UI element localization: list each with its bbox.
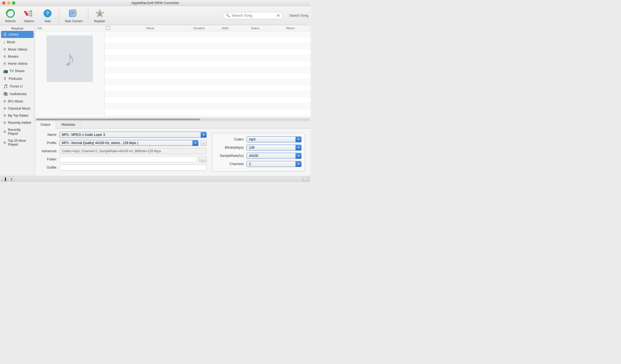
table-row[interactable] <box>105 79 310 85</box>
select-all-checkbox[interactable] <box>107 26 110 30</box>
outfile-input[interactable] <box>59 165 207 171</box>
name-select[interactable]: MP3 - MPEG-1 Audio Layer 3 <box>59 132 207 138</box>
gear-icon-90s: ⚙ <box>3 99 6 103</box>
form-row-profile: Profile: MP3 - Normal Quality( 44100 Hz,… <box>39 140 207 146</box>
sidebar-item-podcasts[interactable]: 🎙 Podcasts <box>1 75 34 82</box>
codec-select-container[interactable]: mp3 ▼ <box>247 136 301 142</box>
channels-select-container[interactable]: 2 ▼ <box>247 161 301 167</box>
table-row[interactable] <box>105 103 310 109</box>
status-bar: ▐ ⏸ ⋮⋮⋮ <box>0 176 310 182</box>
scrollbar-track[interactable] <box>36 119 309 120</box>
table-row[interactable] <box>105 97 310 103</box>
sidebar-item-label-music: Music <box>7 40 15 44</box>
toolbar-divider-1 <box>59 9 59 22</box>
search-clear-icon[interactable]: ✕ <box>277 13 280 18</box>
sidebar-section-label: Playlists <box>0 25 35 31</box>
status-bar-left: ▐ ⏸ <box>2 177 14 181</box>
table-rows <box>105 31 310 118</box>
help-label: Help <box>45 19 51 23</box>
note-icon: ♩ <box>3 40 5 44</box>
sidebar-item-recently-played[interactable]: ⚙ Recently Played <box>1 127 34 137</box>
help-button[interactable]: ? Help <box>39 7 56 24</box>
app-title: AppleMacSoft DRM Converter <box>131 1 179 5</box>
sidebar-item-90s-music[interactable]: ⚙ 90's Music <box>1 98 34 105</box>
table-row[interactable] <box>105 109 310 115</box>
bitrate-select-container[interactable]: 128 ▼ <box>247 145 301 151</box>
search-bar[interactable]: 🔍 ✕ <box>223 12 283 19</box>
register-icon <box>95 8 105 18</box>
options-label: Options <box>24 19 34 23</box>
samplerate-select-container[interactable]: 44100 ▼ <box>247 153 301 159</box>
maximize-button[interactable] <box>12 1 15 5</box>
gear-icon-top-rated: ⚙ <box>3 114 6 118</box>
name-select-container[interactable]: MP3 - MPEG-1 Audio Layer 3 ▼ <box>59 132 207 138</box>
table-row[interactable] <box>105 67 310 73</box>
table-row[interactable] <box>105 91 310 97</box>
sidebar-item-audiobooks[interactable]: 📚 Audiobooks <box>1 90 34 98</box>
register-button[interactable]: Register <box>92 7 108 24</box>
itunes-icon: 🎵 <box>3 84 8 89</box>
table-row[interactable] <box>105 73 310 79</box>
close-button[interactable] <box>2 1 5 5</box>
status-play-button[interactable]: ▐ <box>2 177 8 181</box>
sidebar-item-label-my-top-rated: My Top Rated <box>8 114 28 118</box>
table-row[interactable] <box>105 55 310 61</box>
codec-select[interactable]: mp3 <box>247 136 301 142</box>
channels-select[interactable]: 2 <box>247 161 301 167</box>
sidebar-item-itunes-u[interactable]: 🎵 iTunes U <box>1 83 34 90</box>
tab-output[interactable]: Output <box>35 121 56 128</box>
col-header-check[interactable] <box>105 26 112 30</box>
minimize-button[interactable] <box>7 1 10 5</box>
samplerate-select[interactable]: 44100 <box>247 153 301 159</box>
col-header-name: Name <box>112 27 188 30</box>
tab-metadata[interactable]: Metadata <box>56 121 81 128</box>
svg-point-15 <box>99 12 101 13</box>
table-row[interactable] <box>105 43 310 49</box>
col-header-status: Status <box>240 27 270 30</box>
sidebar-item-music[interactable]: ♩ Music <box>1 39 34 46</box>
profile-select-container[interactable]: MP3 - Normal Quality( 44100 Hz, stereo ,… <box>59 140 198 146</box>
sidebar-item-label-movies: Movies <box>8 55 18 58</box>
sidebar-item-label-classical-music: Classical Music <box>8 107 31 110</box>
table-row[interactable] <box>105 37 310 43</box>
sidebar-item-music-videos[interactable]: ⚙ Music Videos <box>1 46 34 53</box>
help-icon: ? <box>43 8 52 18</box>
table-row[interactable] <box>105 115 310 118</box>
sidebar-item-classical-music[interactable]: ⚙ Classical Music <box>1 105 34 112</box>
main-layout: Playlists ☰ Library ♩ Music ⚙ Music Vide… <box>0 25 310 176</box>
gear-icon-top-25: ⚙ <box>3 141 6 145</box>
sidebar-item-recently-added[interactable]: ⚙ Recently Added <box>1 119 34 126</box>
profile-edit-button[interactable]: - <box>201 140 207 146</box>
sidebar-item-movies[interactable]: ⚙ Movies <box>1 53 34 60</box>
start-convert-button[interactable]: Start Convert <box>63 7 85 24</box>
bitrate-select[interactable]: 128 <box>247 145 301 151</box>
status-pause-button[interactable]: ⏸ <box>9 177 14 181</box>
profile-select[interactable]: MP3 - Normal Quality( 44100 Hz, stereo ,… <box>59 140 198 146</box>
folder-input[interactable]: /Users/haideralikhan/Music/AppleMacSoft … <box>59 156 197 162</box>
table-row[interactable] <box>105 31 310 37</box>
sidebar-item-my-top-rated[interactable]: ⚙ My Top Rated <box>1 112 34 119</box>
gear-icon-movies: ⚙ <box>3 55 6 58</box>
status-menu-button[interactable]: ⋮⋮⋮ <box>303 177 308 181</box>
options-icon <box>24 8 34 18</box>
table-row[interactable] <box>105 85 310 91</box>
list-icon: ☰ <box>3 32 7 37</box>
folder-browse-button[interactable]: ... <box>199 156 207 162</box>
toolbar-divider-2 <box>88 9 88 22</box>
refresh-button[interactable]: Refresh <box>2 7 19 24</box>
sidebar-item-label-recently-played: Recently Played <box>8 128 31 136</box>
options-button[interactable]: Options <box>21 7 37 24</box>
start-convert-icon <box>69 8 78 18</box>
sidebar-item-home-videos[interactable]: ⚙ Home Videos <box>1 60 34 67</box>
table-area: Info Name Duration Artist Status Album ♪ <box>35 25 310 121</box>
sidebar-item-top-25-most-played[interactable]: ⚙ Top 25 Most Played <box>1 137 34 148</box>
sidebar-item-library[interactable]: ☰ Library <box>1 31 34 38</box>
table-row[interactable] <box>105 49 310 55</box>
search-input[interactable] <box>232 13 275 17</box>
table-row[interactable] <box>105 61 310 67</box>
horizontal-scrollbar[interactable] <box>35 118 310 121</box>
sidebar-item-tv-shows[interactable]: 📺 TV Shows <box>1 67 34 75</box>
table-body: ♪ <box>35 31 310 118</box>
scrollbar-thumb[interactable] <box>36 119 200 120</box>
register-label: Register <box>94 19 105 23</box>
